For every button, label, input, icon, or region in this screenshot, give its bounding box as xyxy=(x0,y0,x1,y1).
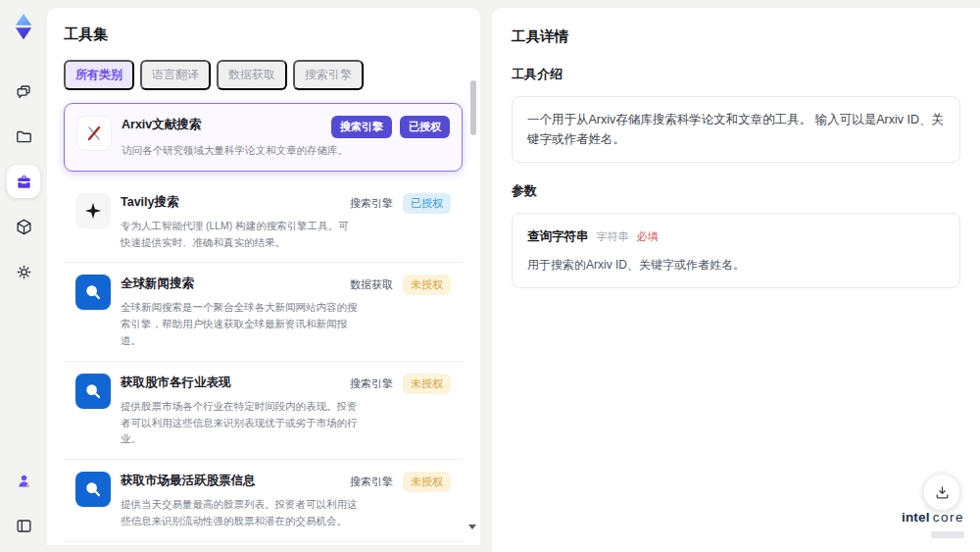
folder-icon[interactable] xyxy=(7,120,40,153)
search-tool-icon xyxy=(75,275,111,310)
tool-description: 访问各个研究领域大量科学论文和文章的存储库。 xyxy=(122,142,359,159)
toolbox-icon[interactable] xyxy=(7,165,40,198)
param-name: 查询字符串 xyxy=(527,226,589,246)
param-description: 用于搜索的Arxiv ID、关键字或作者姓名。 xyxy=(527,256,945,275)
param-type: 字符串 xyxy=(597,228,629,246)
app-logo-icon xyxy=(9,12,38,41)
panel-toggle-icon[interactable] xyxy=(7,509,40,542)
tool-card[interactable]: 万维地区新闻查询 搜索引擎 未授权 查询具体行政区划内的新闻，快速了解各地新闻动 xyxy=(64,542,463,545)
tool-description: 提供股票市场各个行业在特定时间段内的表现。投资者可以利用这些信息来识别表现优于或… xyxy=(121,398,358,447)
core-brand-text: core xyxy=(933,510,964,525)
tool-status-badge: 已授权 xyxy=(400,116,450,138)
chat-icon[interactable] xyxy=(7,75,40,108)
tool-category-badge: 搜索引擎 xyxy=(331,116,392,138)
tool-category-badge: 搜索引擎 xyxy=(348,374,395,394)
package-icon[interactable] xyxy=(7,210,40,243)
app-window: 工具集 所有类别语言翻译数据获取搜索引擎 Arxiv文献搜索 搜索引擎 已授权 … xyxy=(0,0,980,552)
tool-card[interactable]: Arxiv文献搜索 搜索引擎 已授权 访问各个研究领域大量科学论文和文章的存储库… xyxy=(64,103,463,172)
page-title: 工具集 xyxy=(64,25,463,44)
intro-heading: 工具介绍 xyxy=(512,66,960,83)
tool-name: 全球新闻搜索 xyxy=(121,275,340,292)
category-tab[interactable]: 搜索引擎 xyxy=(293,60,364,90)
tool-status-badge: 未授权 xyxy=(403,374,451,394)
scroll-down-arrow-icon[interactable] xyxy=(468,525,476,529)
category-tab[interactable]: 语言翻译 xyxy=(140,60,211,90)
tool-list-panel: 工具集 所有类别语言翻译数据获取搜索引擎 Arxiv文献搜索 搜索引擎 已授权 … xyxy=(47,8,480,545)
tool-status-badge: 已授权 xyxy=(403,193,451,214)
tool-list: Arxiv文献搜索 搜索引擎 已授权 访问各个研究领域大量科学论文和文章的存储库… xyxy=(64,103,463,545)
settings-icon[interactable] xyxy=(7,255,40,288)
category-tab[interactable]: 数据获取 xyxy=(217,60,287,90)
params-heading: 参数 xyxy=(512,182,960,200)
category-tabs: 所有类别语言翻译数据获取搜索引擎 xyxy=(64,60,463,90)
tool-status-badge: 未授权 xyxy=(403,275,451,295)
tool-status-badge: 未授权 xyxy=(403,472,451,492)
search-tool-icon xyxy=(75,374,111,409)
tool-name: Tavily搜索 xyxy=(121,193,340,211)
tool-card[interactable]: 获取市场最活跃股票信息 搜索引擎 未授权 提供当天交易量最高的股票列表。投资者可… xyxy=(64,460,463,542)
tool-card[interactable]: Tavily搜索 搜索引擎 已授权 专为人工智能代理 (LLM) 构建的搜索引擎… xyxy=(64,181,463,264)
tool-category-badge: 搜索引擎 xyxy=(348,193,395,214)
intel-ultra-mark xyxy=(931,531,964,538)
tool-category-badge: 搜索引擎 xyxy=(348,472,395,492)
intro-box: 一个用于从Arxiv存储库搜索科学论文和文章的工具。 输入可以是Arxiv ID… xyxy=(512,96,960,163)
tool-category-badge: 数据获取 xyxy=(348,275,395,295)
sparkle-tool-icon xyxy=(75,193,111,228)
download-button[interactable] xyxy=(923,474,960,511)
tool-description: 提供当天交易量最高的股票列表。投资者可以利用这些信息来识别流动性强的股票和潜在的… xyxy=(121,496,358,529)
tool-name: 获取市场最活跃股票信息 xyxy=(121,472,340,489)
user-avatar-icon[interactable] xyxy=(7,464,40,497)
intel-core-logo: intelcore xyxy=(902,510,964,542)
detail-title: 工具详情 xyxy=(512,27,960,46)
search-tool-icon xyxy=(75,472,111,507)
tool-description: 专为人工智能代理 (LLM) 构建的搜索引擎工具。可快速提供实时、准确和真实的结… xyxy=(121,218,358,251)
tool-name: 获取股市各行业表现 xyxy=(121,374,340,391)
tool-card[interactable]: 获取股市各行业表现 搜索引擎 未授权 提供股票市场各个行业在特定时间段内的表现。… xyxy=(64,362,463,460)
scrollbar-thumb[interactable] xyxy=(470,80,476,135)
tool-description: 全球新闻搜索是一个聚合全球各大新闻网站内容的搜索引擎，帮助用户快速获取全球最新资… xyxy=(121,299,358,348)
tool-detail-panel: 工具详情 工具介绍 一个用于从Arxiv存储库搜索科学论文和文章的工具。 输入可… xyxy=(492,8,980,552)
sidebar xyxy=(0,0,47,552)
intel-brand-text: intel xyxy=(902,510,930,525)
param-required-badge: 必填 xyxy=(637,228,659,246)
tool-card[interactable]: 全球新闻搜索 数据获取 未授权 全球新闻搜索是一个聚合全球各大新闻网站内容的搜索… xyxy=(64,263,463,361)
tool-name: Arxiv文献搜索 xyxy=(122,116,323,133)
category-tab[interactable]: 所有类别 xyxy=(64,60,134,90)
param-box: 查询字符串 字符串 必填 用于搜索的Arxiv ID、关键字或作者姓名。 xyxy=(512,213,960,288)
arxiv-tool-icon xyxy=(76,116,112,151)
